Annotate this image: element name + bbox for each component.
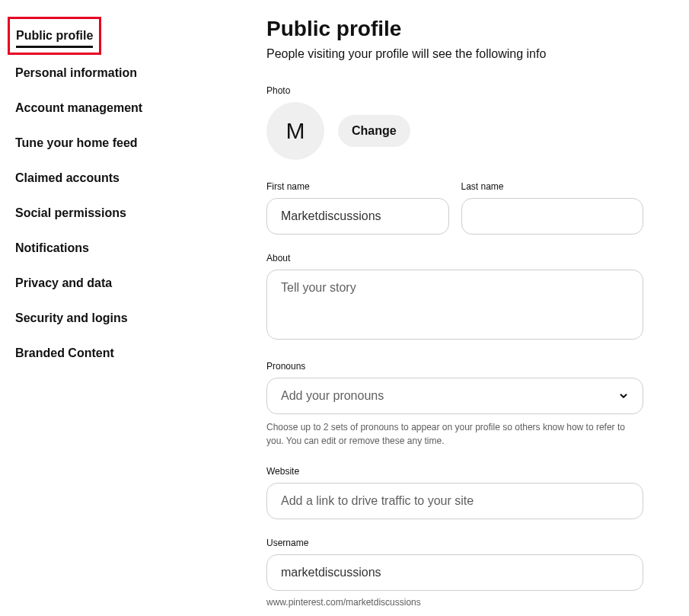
username-url: www.pinterest.com/marketdiscussions [266, 597, 643, 608]
about-label: About [266, 253, 643, 263]
sidebar-item-notifications[interactable]: Notifications [15, 236, 89, 260]
last-name-label: Last name [461, 181, 644, 192]
highlight-box: Public profile [8, 17, 101, 55]
website-input[interactable] [266, 483, 643, 519]
sidebar-item-public-profile[interactable]: Public profile [16, 24, 93, 48]
username-input[interactable] [266, 554, 643, 591]
page-subtitle: People visiting your profile will see th… [266, 47, 643, 61]
page-title: Public profile [266, 17, 643, 41]
sidebar-item-claimed-accounts[interactable]: Claimed accounts [15, 166, 120, 190]
photo-label: Photo [266, 85, 643, 96]
settings-sidebar: Public profile Personal information Acco… [15, 17, 228, 616]
sidebar-item-tune-home-feed[interactable]: Tune your home feed [15, 131, 138, 155]
last-name-input[interactable] [461, 198, 644, 235]
sidebar-item-account-management[interactable]: Account management [15, 96, 142, 120]
main-content: Public profile People visiting your prof… [228, 17, 674, 616]
sidebar-item-social-permissions[interactable]: Social permissions [15, 201, 126, 225]
pronouns-select[interactable]: Add your pronouns [266, 378, 643, 414]
sidebar-item-personal-information[interactable]: Personal information [15, 61, 137, 85]
first-name-input[interactable] [266, 198, 449, 235]
sidebar-item-privacy-data[interactable]: Privacy and data [15, 271, 112, 295]
first-name-label: First name [266, 181, 449, 192]
photo-section: Photo M Change [266, 85, 643, 160]
pronouns-help-text: Choose up to 2 sets of pronouns to appea… [266, 420, 643, 448]
about-textarea[interactable] [266, 270, 643, 340]
pronouns-placeholder: Add your pronouns [281, 389, 384, 403]
sidebar-item-branded-content[interactable]: Branded Content [15, 341, 114, 365]
change-photo-button[interactable]: Change [338, 115, 410, 147]
pronouns-label: Pronouns [266, 361, 643, 372]
sidebar-item-security-logins[interactable]: Security and logins [15, 306, 128, 330]
chevron-down-icon [618, 391, 629, 401]
avatar: M [266, 102, 324, 160]
username-label: Username [266, 538, 643, 548]
website-label: Website [266, 466, 643, 477]
